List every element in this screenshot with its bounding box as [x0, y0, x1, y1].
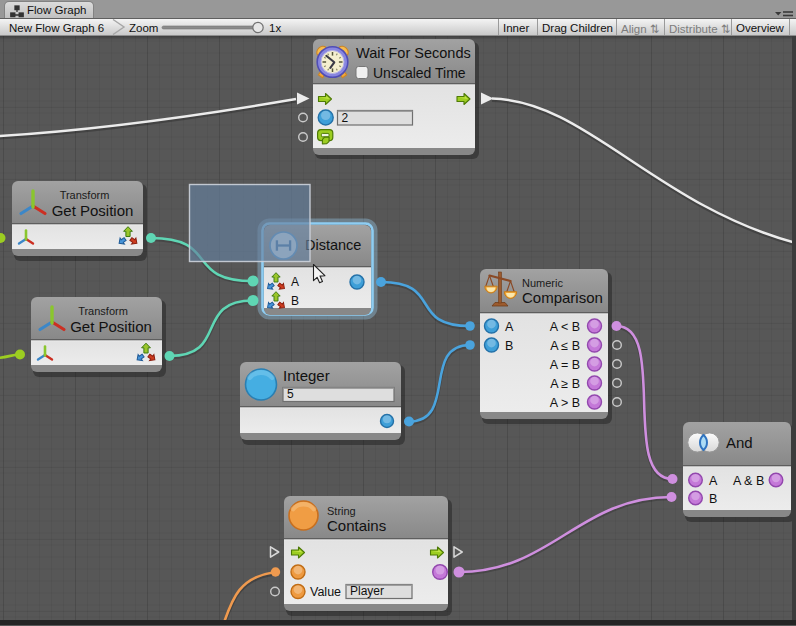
svg-text:A: A	[291, 275, 299, 289]
svg-text:Get Position: Get Position	[70, 318, 152, 335]
svg-text:Integer: Integer	[283, 367, 330, 384]
svg-text:Wait For Seconds: Wait For Seconds	[356, 45, 471, 61]
svg-text:2: 2	[342, 111, 349, 125]
svg-text:A ≥ B: A ≥ B	[550, 377, 580, 391]
svg-text:Unscaled Time: Unscaled Time	[373, 65, 466, 81]
svg-text:A > B: A > B	[550, 396, 580, 410]
svg-text:Player: Player	[350, 584, 384, 598]
svg-text:Contains: Contains	[327, 517, 386, 534]
svg-text:Comparison: Comparison	[522, 289, 603, 306]
svg-text:Get Position: Get Position	[52, 202, 134, 219]
svg-text:B: B	[505, 339, 513, 353]
svg-text:A: A	[505, 320, 514, 334]
svg-text:A < B: A < B	[550, 320, 580, 334]
svg-text:And: And	[726, 434, 753, 451]
svg-text:5: 5	[287, 387, 294, 401]
svg-text:Transform: Transform	[78, 305, 128, 317]
svg-text:Value: Value	[310, 585, 341, 599]
svg-text:A = B: A = B	[550, 358, 580, 372]
svg-text:Transform: Transform	[60, 189, 110, 201]
svg-text:Distance: Distance	[305, 237, 361, 253]
svg-text:B: B	[709, 492, 717, 506]
svg-text:String: String	[327, 505, 356, 517]
svg-text:A & B: A & B	[733, 474, 764, 488]
svg-text:B: B	[291, 294, 299, 308]
svg-text:Numeric: Numeric	[522, 277, 563, 289]
svg-text:A ≤ B: A ≤ B	[550, 339, 580, 353]
svg-text:A: A	[709, 474, 718, 488]
